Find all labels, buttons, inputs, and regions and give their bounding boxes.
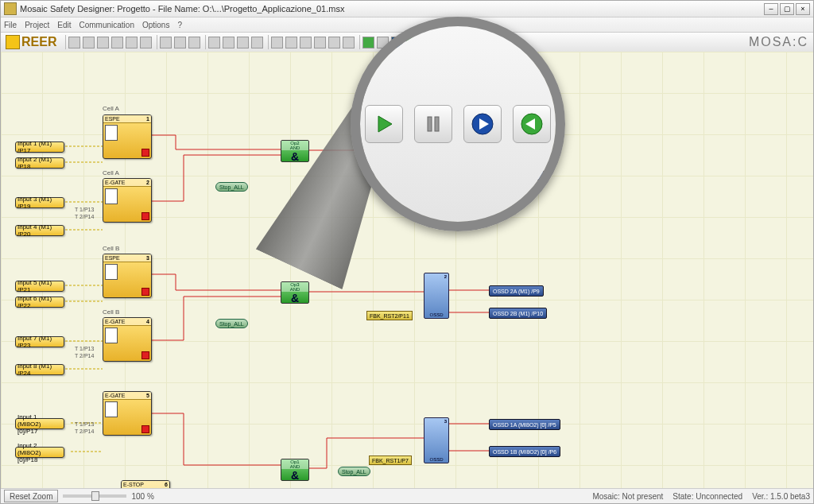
output-pill[interactable]: OSSD 1B (M1) /P6 [489,169,544,180]
input-i4[interactable]: Input 4 (M1) /P20 [15,225,64,236]
reset-zoom-button[interactable]: Reset Zoom [4,490,58,502]
function-block-4[interactable]: E-GATE4 [103,317,152,362]
tool-icon[interactable] [174,37,186,48]
function-block-5[interactable]: E-GATE5 [103,391,152,436]
title-bar: Mosaic Safety Designer: Progetto - File … [1,1,813,17]
pause-icon[interactable] [377,37,389,48]
fbk-pill[interactable]: FBK_RST1/P7 [369,456,412,465]
menu-edit[interactable]: Edit [57,21,71,29]
tool-icon[interactable] [328,37,340,48]
input-i8[interactable]: Input 8 (M1) /P24 [15,364,64,375]
tool-icon[interactable] [83,37,95,48]
play-icon[interactable] [362,37,374,48]
status-version: Ver.: 1.5.0 beta3 [752,492,810,501]
maximize-button[interactable]: ▢ [780,3,794,15]
cell-label: Cell B [103,308,119,316]
stop-pill[interactable]: Stop_ALL [338,467,370,476]
ossd-block-1[interactable]: 1OSSD [424,130,449,176]
close-button[interactable]: × [796,3,810,15]
tool-icon[interactable] [285,37,297,48]
menu-bar: File Project Edit Communication Options … [1,17,813,33]
tool-icon[interactable] [271,37,283,48]
and-block[interactable]: Op2AND& [281,140,309,162]
tool-icon[interactable] [97,37,109,48]
cell-label: Cell A [103,169,119,176]
tool-icon[interactable] [140,37,152,48]
input-i7[interactable]: Input 7 (M1) /P23 [15,336,64,347]
output-pill[interactable]: OSSD 1A (MI8O2) [0] /P5 [489,419,560,430]
input-i9[interactable]: Input 1 (MI8O2) [0]/P17 [15,418,64,429]
output-pill[interactable]: OSSD 1B (MI8O2) [0] /P6 [489,446,560,457]
t-label: T 1/P13 [75,346,94,351]
tool-icon[interactable] [126,37,138,48]
menu-file[interactable]: File [4,21,17,29]
function-block-1[interactable]: ESPE1 [103,114,152,159]
tool-icon[interactable] [223,37,235,48]
input-i1[interactable]: Input 1 (M1) /P17 [15,142,64,153]
input-i5[interactable]: Input 5 (M1) /P21 [15,281,64,292]
tool-icon[interactable] [300,37,312,48]
tool-icon[interactable] [343,37,355,48]
tool-icon[interactable] [314,37,326,48]
toolbar: REER MOSA:C [1,33,813,52]
app-icon [4,2,17,15]
output-pill[interactable]: OSSD 2A (M1) /P9 [489,285,544,297]
run-icon[interactable] [391,37,403,48]
and-block[interactable]: Op1AND& [281,459,309,481]
fbk-pill[interactable]: FBK_RST2/P11 [366,311,413,320]
window-title: Mosaic Safety Designer: Progetto - File … [20,4,764,14]
and-block[interactable]: Op3AND& [281,281,309,304]
menu-project[interactable]: Project [25,21,49,29]
back-icon[interactable] [405,37,417,48]
input-i2[interactable]: Input 2 (M1) /P18 [15,157,64,169]
input-i10[interactable]: Input 2 (MI8O2) [0]/P18 [15,447,64,458]
zoom-value: 100 % [131,492,153,501]
t-label: T 1/P13 [75,421,94,427]
menu-communication[interactable]: Communication [79,21,134,29]
tool-icon[interactable] [68,37,80,48]
t-label: T 2/P14 [75,428,94,434]
function-block-2[interactable]: E-GATE2 [103,178,152,223]
t-label: T 1/P13 [75,207,94,212]
ossd-block-3[interactable]: 3OSSD [424,417,449,463]
status-bar: Reset Zoom 100 % Mosaic: Not present Sta… [1,488,813,503]
status-state: State: Unconnected [673,492,742,501]
input-i6[interactable]: Input 6 (M1) /P22 [15,297,64,308]
stop-pill[interactable]: Stop_ALL [215,319,248,328]
tool-icon[interactable] [237,37,249,48]
t-label: T 2/P14 [75,214,94,219]
output-pill[interactable]: OSSD 1A (M1) /P5 [489,147,544,158]
input-i3[interactable]: Input 3 (M1) /P19 [15,197,64,208]
t-label: T 2/P14 [75,353,94,359]
stop-pill[interactable]: Stop_ALL [215,182,248,192]
logo-mosaic: MOSA:C [749,35,808,49]
cell-label: Cell B [103,245,119,252]
tool-icon[interactable] [208,37,220,48]
tool-icon[interactable] [251,37,263,48]
tool-icon[interactable] [188,37,200,48]
function-block-3[interactable]: ESPE3 [103,254,152,298]
output-pill[interactable]: OSSD 2B (M1) /P10 [489,308,547,319]
status-mosaic: Mosaic: Not present [592,492,663,501]
menu-options[interactable]: Options [142,21,169,29]
tool-icon[interactable] [160,37,172,48]
cell-label: Cell A [103,105,119,112]
menu-help[interactable]: ? [177,21,182,29]
zoom-slider[interactable] [63,494,126,498]
ossd-block-2[interactable]: 2OSSD [424,273,449,319]
minimize-button[interactable]: – [764,3,778,15]
tool-icon[interactable] [111,37,123,48]
logo-reer: REER [6,35,56,49]
diagram-canvas[interactable]: Cell A Cell A Cell B Cell B T 1/P13 T 2/… [1,52,813,489]
